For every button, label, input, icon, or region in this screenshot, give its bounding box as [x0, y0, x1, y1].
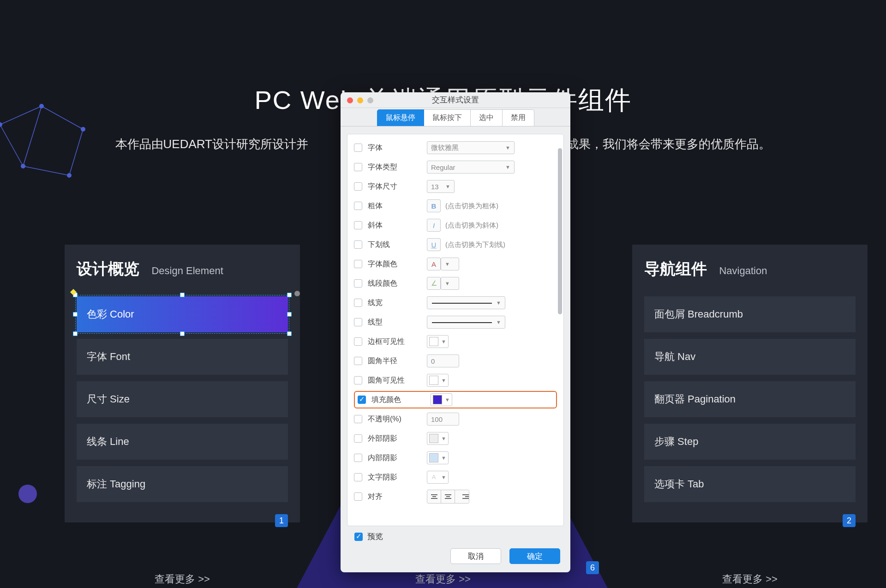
card-badge: 2 [843, 514, 856, 527]
annotation-marker-icon[interactable] [70, 289, 77, 295]
dialog-tabs: 鼠标悬停 鼠标按下 选中 禁用 [341, 108, 570, 126]
line-width-select[interactable]: ▼ [427, 296, 505, 309]
card-item-size[interactable]: 尺寸 Size [77, 381, 288, 417]
italic-toggle-icon[interactable]: I [427, 219, 441, 232]
tab-selected[interactable]: 选中 [471, 109, 503, 126]
card-badge-middle: 6 [586, 561, 599, 574]
checkbox-border-visibility[interactable] [354, 337, 362, 346]
checkbox-align[interactable] [354, 492, 362, 501]
tab-mouse-hover[interactable]: 鼠标悬停 [377, 109, 424, 126]
fill-color-picker[interactable]: ▼ [431, 393, 452, 406]
underline-toggle-icon[interactable]: U [427, 238, 441, 251]
card-badge: 1 [275, 514, 288, 527]
card-item-tagging[interactable]: 标注 Tagging [77, 466, 288, 502]
label-font-type: 字体类型 [368, 162, 427, 172]
checkbox-inner-shadow[interactable] [354, 454, 362, 462]
align-left-icon[interactable] [427, 490, 441, 503]
card-item-font[interactable]: 字体 Font [77, 339, 288, 375]
label-font-size: 字体尺寸 [368, 182, 427, 192]
align-center-icon[interactable] [441, 490, 455, 503]
row-opacity: 不透明(%) [354, 409, 557, 429]
line-color-picker[interactable]: ∠ [427, 277, 441, 290]
dialog-body: 字体 微软雅黑▼ 字体类型 Regular▼ 字体尺寸 13▼ 粗体 B (点击… [347, 134, 564, 526]
label-preview: 预览 [367, 531, 383, 542]
preview-checkbox-row: 预览 [354, 531, 383, 542]
checkbox-italic[interactable] [354, 221, 362, 229]
more-link-right[interactable]: 查看更多 >> [632, 572, 868, 586]
tab-disabled[interactable]: 禁用 [503, 109, 534, 126]
checkbox-opacity[interactable] [354, 415, 362, 423]
checkbox-corner-visibility[interactable] [354, 376, 362, 384]
window-zoom-icon[interactable] [367, 97, 373, 103]
checkbox-font[interactable] [354, 144, 362, 152]
corner-radius-field[interactable] [427, 354, 459, 367]
checkbox-outer-shadow[interactable] [354, 434, 362, 443]
checkbox-underline[interactable] [354, 240, 362, 249]
text-shadow-picker[interactable]: A▼ [427, 471, 449, 484]
opacity-field[interactable] [427, 413, 459, 426]
row-bold: 粗体 B (点击切换为粗体) [354, 196, 557, 216]
row-underline: 下划线 U (点击切换为下划线) [354, 235, 557, 254]
row-line-width: 线宽 ▼ [354, 293, 557, 312]
dialog-scrollbar[interactable] [558, 148, 562, 314]
line-style-select[interactable]: ▼ [427, 316, 505, 329]
inner-shadow-picker[interactable]: ▼ [427, 451, 449, 464]
bold-toggle-icon[interactable]: B [427, 199, 441, 212]
checkbox-font-color[interactable] [354, 260, 362, 268]
select-font-type[interactable]: Regular▼ [427, 161, 515, 174]
card-item-line[interactable]: 线条 Line [77, 424, 288, 460]
checkbox-line-color[interactable] [354, 279, 362, 288]
card-item-breadcrumb[interactable]: 面包屑 Breadcrumb [644, 296, 856, 332]
checkbox-font-size[interactable] [354, 182, 362, 191]
card-item-nav[interactable]: 导航 Nav [644, 339, 856, 375]
select-font[interactable]: 微软雅黑▼ [427, 141, 515, 154]
more-link-left[interactable]: 查看更多 >> [65, 572, 300, 586]
hint-underline: (点击切换为下划线) [445, 240, 505, 249]
font-color-dropdown[interactable]: ▼ [441, 258, 459, 270]
row-line-style: 线型 ▼ [354, 312, 557, 332]
checkbox-line-width[interactable] [354, 299, 362, 307]
card-title: 设计概览 [77, 258, 139, 280]
row-line-color: 线段颜色 ∠ ▼ [354, 274, 557, 293]
border-visibility-picker[interactable]: ▼ [427, 335, 449, 348]
card-title: 导航组件 [644, 258, 707, 280]
window-close-icon[interactable] [347, 97, 353, 103]
checkbox-font-type[interactable] [354, 163, 362, 171]
label-bold: 粗体 [368, 201, 427, 211]
checkbox-preview[interactable] [354, 533, 363, 541]
select-font-size[interactable]: 13▼ [427, 180, 455, 193]
align-right-icon[interactable] [455, 490, 469, 503]
connector-handle-icon[interactable] [294, 291, 300, 296]
card-item-pagination[interactable]: 翻页器 Pagination [644, 381, 856, 417]
label-font: 字体 [368, 143, 427, 153]
svg-point-10 [67, 173, 72, 178]
checkbox-corner-radius[interactable] [354, 357, 362, 365]
checkbox-text-shadow[interactable] [354, 473, 362, 481]
card-item-color[interactable]: 色彩 Color [77, 296, 288, 332]
card-item-tab[interactable]: 选项卡 Tab [644, 466, 856, 502]
corner-visibility-picker[interactable]: ▼ [427, 374, 449, 387]
tab-mouse-down[interactable]: 鼠标按下 [424, 109, 471, 126]
checkbox-fill-color[interactable] [358, 396, 366, 404]
row-italic: 斜体 I (点击切换为斜体) [354, 216, 557, 235]
card-subtitle: Navigation [719, 265, 767, 276]
dialog-scroll[interactable]: 字体 微软雅黑▼ 字体类型 Regular▼ 字体尺寸 13▼ 粗体 B (点击… [347, 134, 563, 526]
row-outer-shadow: 外部阴影 ▼ [354, 429, 557, 448]
dialog-titlebar[interactable]: 交互样式设置 [341, 92, 570, 108]
ok-button[interactable]: 确定 [509, 548, 560, 564]
line-color-dropdown[interactable]: ▼ [441, 277, 459, 290]
outer-shadow-picker[interactable]: ▼ [427, 432, 449, 445]
label-text-shadow: 文字阴影 [368, 473, 427, 482]
label-fill-color: 填充颜色 [371, 395, 431, 405]
checkbox-line-style[interactable] [354, 318, 362, 326]
cancel-button[interactable]: 取消 [450, 548, 501, 564]
card-item-step[interactable]: 步骤 Step [644, 424, 856, 460]
checkbox-bold[interactable] [354, 202, 362, 210]
window-minimize-icon[interactable] [357, 97, 363, 103]
decoration-dot [18, 485, 37, 503]
font-color-picker[interactable]: A [427, 258, 441, 270]
label-align: 对齐 [368, 492, 427, 502]
more-link-middle[interactable]: 查看更多 >> [323, 572, 563, 586]
row-align: 对齐 [354, 487, 557, 506]
label-line-width: 线宽 [368, 298, 427, 308]
